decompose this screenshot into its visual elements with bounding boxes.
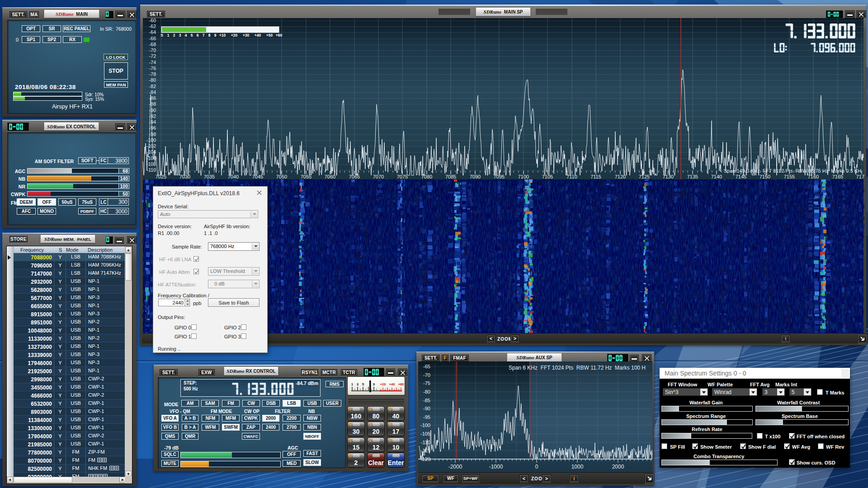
svg-text:-100: -100 xyxy=(146,137,156,143)
svg-text:7125: 7125 xyxy=(639,174,650,179)
svg-text:-86: -86 xyxy=(149,95,156,101)
svg-text:-70: -70 xyxy=(149,47,156,53)
svg-text:7060: 7060 xyxy=(325,174,335,179)
svg-text:-85: -85 xyxy=(423,398,430,403)
svg-text:3: 3 xyxy=(179,33,181,38)
svg-text:S: S xyxy=(160,33,163,38)
svg-text:7085: 7085 xyxy=(445,174,456,179)
svg-text:-105: -105 xyxy=(420,431,430,436)
svg-text:-82: -82 xyxy=(149,84,156,89)
svg-text:+50: +50 xyxy=(266,33,273,38)
svg-text:-74: -74 xyxy=(149,60,156,65)
svg-text:7080: 7080 xyxy=(421,174,432,179)
svg-text:-84: -84 xyxy=(149,89,156,95)
svg-text:-70: -70 xyxy=(423,372,430,378)
svg-text:-96: -96 xyxy=(149,125,156,131)
svg-text:7065: 7065 xyxy=(349,174,360,179)
svg-text:+60: +60 xyxy=(398,382,404,386)
svg-text:7155: 7155 xyxy=(784,174,795,179)
svg-text:-115: -115 xyxy=(421,448,430,453)
svg-text:1: 1 xyxy=(167,33,170,38)
svg-text:-60: -60 xyxy=(149,18,156,23)
svg-text:-76: -76 xyxy=(149,66,156,71)
svg-text:1: 1 xyxy=(351,382,354,386)
svg-text:Span 149.3 KHz FFT 8192 Pts: Span 149.3 KHz FFT 8192 Pts RBW 93.75 Hz… xyxy=(724,168,861,174)
svg-text:-110: -110 xyxy=(147,167,156,173)
svg-text:-120: -120 xyxy=(420,456,430,462)
svg-text:7140: 7140 xyxy=(711,174,722,179)
svg-text:7035: 7035 xyxy=(204,174,215,179)
svg-text:4: 4 xyxy=(185,33,187,38)
svg-text:+10: +10 xyxy=(219,33,226,38)
svg-text:7145: 7145 xyxy=(736,174,746,179)
svg-text:8: 8 xyxy=(208,33,211,38)
svg-text:-80: -80 xyxy=(423,389,430,394)
svg-text:-100: -100 xyxy=(420,422,430,428)
svg-text:7055: 7055 xyxy=(301,174,311,179)
svg-text:7100: 7100 xyxy=(518,174,529,179)
svg-text:-90: -90 xyxy=(423,406,430,411)
svg-text:9: 9 xyxy=(373,382,375,386)
svg-text:7105: 7105 xyxy=(542,174,553,179)
svg-text:7165: 7165 xyxy=(832,174,843,179)
svg-text:-66: -66 xyxy=(149,36,156,41)
svg-text:7090: 7090 xyxy=(470,174,481,179)
svg-text:-92: -92 xyxy=(149,113,156,119)
svg-text:7075: 7075 xyxy=(397,174,408,179)
svg-text:-88: -88 xyxy=(149,101,156,107)
svg-text:+20: +20 xyxy=(380,382,386,386)
svg-text:7025: 7025 xyxy=(156,174,166,179)
svg-text:5: 5 xyxy=(362,382,364,386)
svg-text:1000: 1000 xyxy=(571,464,584,470)
svg-text:7160: 7160 xyxy=(808,174,819,179)
svg-text:3: 3 xyxy=(357,382,359,386)
svg-text:2: 2 xyxy=(173,33,175,38)
svg-text:-68: -68 xyxy=(149,42,156,47)
svg-text:+40: +40 xyxy=(255,33,261,38)
svg-text:-75: -75 xyxy=(423,380,430,386)
svg-text:6: 6 xyxy=(197,33,199,38)
svg-text:-110: -110 xyxy=(421,440,430,445)
svg-text:+20: +20 xyxy=(231,33,238,38)
svg-text:-72: -72 xyxy=(149,53,156,59)
svg-text:7170: 7170 xyxy=(856,174,864,179)
svg-text:-106: -106 xyxy=(146,155,156,161)
svg-text:-95: -95 xyxy=(423,414,430,420)
svg-text:-65: -65 xyxy=(423,364,430,369)
svg-text:+30: +30 xyxy=(243,33,250,38)
svg-text:-102: -102 xyxy=(146,143,156,149)
svg-text:-90: -90 xyxy=(149,108,156,113)
svg-text:7110: 7110 xyxy=(566,174,577,179)
svg-text:-94: -94 xyxy=(149,119,156,125)
svg-text:+40: +40 xyxy=(389,382,395,386)
svg-text:Span 6 KHz FFT 1024 Pts RBW: Span 6 KHz FFT 1024 Pts RBW 11.72 Hz Mar… xyxy=(509,365,646,371)
svg-text:2000: 2000 xyxy=(612,464,624,470)
svg-text:7050: 7050 xyxy=(276,174,287,179)
svg-text:-108: -108 xyxy=(146,161,156,167)
svg-text:7070: 7070 xyxy=(373,174,384,179)
svg-text:+60: +60 xyxy=(276,33,283,38)
svg-text:7045: 7045 xyxy=(252,174,263,179)
svg-text:-78: -78 xyxy=(149,71,156,77)
svg-text:-104: -104 xyxy=(146,149,156,155)
svg-text:7135: 7135 xyxy=(687,174,698,179)
svg-text:-80: -80 xyxy=(149,77,156,83)
svg-text:0: 0 xyxy=(535,464,538,470)
svg-text:7115: 7115 xyxy=(590,174,601,179)
svg-text:5: 5 xyxy=(191,33,193,38)
svg-text:-1000: -1000 xyxy=(489,464,503,470)
svg-text:-2000: -2000 xyxy=(448,464,462,470)
svg-text:-98: -98 xyxy=(149,131,156,137)
svg-text:9: 9 xyxy=(214,33,217,38)
svg-text:7: 7 xyxy=(203,33,205,38)
svg-text:-62: -62 xyxy=(149,23,156,29)
svg-text:-64: -64 xyxy=(149,29,156,35)
